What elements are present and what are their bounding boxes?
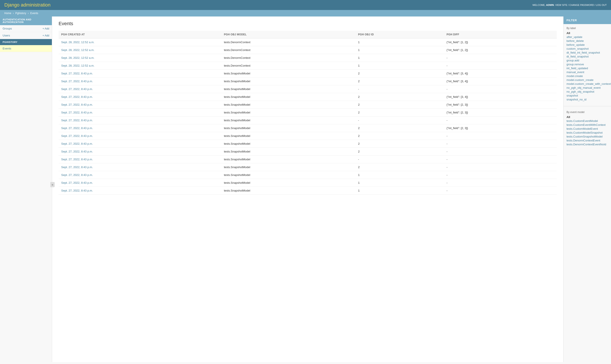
filter-label-link[interactable]: dt_field_snapshot [567, 55, 589, 58]
filter-by-label-title: By label [567, 27, 608, 30]
event-link[interactable]: Sept. 27, 2022, 8:43 p.m. [61, 189, 93, 192]
table-row: Sept. 27, 2022, 8:43 p.m.tests.SnapshotM… [59, 109, 557, 117]
event-link[interactable]: Sept. 27, 2022, 8:43 p.m. [61, 127, 93, 130]
cell-obj-id: 1 [355, 187, 444, 195]
event-link[interactable]: Sept. 27, 2022, 8:43 p.m. [61, 142, 93, 145]
filter-model-link[interactable]: tests.CustomEventWithContext [567, 123, 606, 127]
event-link[interactable]: Sept. 28, 2022, 12:52 a.m. [61, 48, 94, 52]
cell-obj-model: tests.SnapshotModel [221, 85, 355, 93]
cell-diff: - [444, 117, 557, 124]
cell-obj-model: tests.SnapshotModel [221, 124, 355, 132]
filter-model-link[interactable]: tests.CustomModelSnapshot [567, 131, 603, 134]
filter-label-link[interactable]: model.custom_create [567, 78, 593, 82]
event-link[interactable]: Sept. 28, 2022, 12:52 a.m. [61, 64, 94, 67]
filter-label-link[interactable]: All [567, 31, 570, 35]
events-nav-item: Events [0, 45, 52, 52]
sidebar-collapse-button[interactable]: « [50, 182, 55, 187]
event-link[interactable]: Sept. 27, 2022, 8:43 p.m. [61, 119, 93, 122]
breadcrumb-current: Events [30, 12, 38, 15]
breadcrumb: Home › Pghistory › Events [0, 10, 611, 16]
cell-diff: - [444, 163, 557, 171]
list-item: All [567, 115, 608, 119]
col-diff: PGH DIFF [444, 31, 557, 39]
filter-label-link[interactable]: no_pgh_obj_snapshot [567, 90, 594, 93]
table-body: Sept. 28, 2022, 12:52 a.m.tests.DenormCo… [59, 39, 557, 195]
filter-label-link[interactable]: snapshot_no_id [567, 98, 586, 101]
filter-label-link[interactable]: model.create [567, 74, 583, 78]
groups-link[interactable]: Groups [3, 27, 12, 30]
cell-obj-model: tests.SnapshotModel [221, 171, 355, 179]
cell-obj-model: tests.SnapshotModel [221, 93, 355, 101]
list-item: All [567, 31, 608, 35]
filter-label-link[interactable]: after_update [567, 35, 582, 39]
cell-obj-model: tests.SnapshotModel [221, 117, 355, 124]
event-link[interactable]: Sept. 27, 2022, 8:43 p.m. [61, 80, 93, 83]
filter-model-link[interactable]: tests.CustomSnapshotModel [567, 135, 603, 138]
filter-label-link[interactable]: custom_snapshot [567, 47, 589, 50]
list-item: int_field_updated [567, 67, 608, 70]
filter-label-link[interactable]: manual_event [567, 70, 584, 74]
event-link[interactable]: Sept. 28, 2022, 12:52 a.m. [61, 40, 94, 44]
event-link[interactable]: Sept. 27, 2022, 8:43 p.m. [61, 111, 93, 114]
event-link[interactable]: Sept. 27, 2022, 8:43 p.m. [61, 150, 93, 153]
cell-created-at: Sept. 27, 2022, 8:43 p.m. [59, 132, 221, 140]
filter-label-link[interactable]: no_pgh_obj_manual_event [567, 86, 601, 89]
cell-created-at: Sept. 27, 2022, 8:43 p.m. [59, 70, 221, 78]
breadcrumb-home[interactable]: Home [4, 12, 11, 15]
cell-obj-id: - [355, 117, 444, 124]
cell-created-at: Sept. 27, 2022, 8:43 p.m. [59, 156, 221, 163]
cell-obj-model: tests.SnapshotModel [221, 109, 355, 117]
event-link[interactable]: Sept. 27, 2022, 8:43 p.m. [61, 173, 93, 177]
cell-obj-model: tests.DenormContext [221, 54, 355, 62]
cell-created-at: Sept. 28, 2022, 12:52 a.m. [59, 46, 221, 54]
header-row: PGH CREATED AT PGH OBJ MODEL PGH OBJ ID … [59, 31, 557, 39]
filter-label-link[interactable]: group.remove [567, 63, 584, 66]
change-password-link[interactable]: CHANGE PASSWORD [569, 4, 594, 6]
filter-model-link[interactable]: tests.CustomEventModel [567, 119, 598, 123]
event-link[interactable]: Sept. 27, 2022, 8:43 p.m. [61, 158, 93, 161]
filter-model-link[interactable]: tests.CustomModelEvent [567, 127, 598, 130]
filter-model-link[interactable]: tests.DenormContextEvent [567, 139, 600, 142]
log-out-link[interactable]: LOG OUT [596, 4, 607, 6]
event-link[interactable]: Sept. 27, 2022, 8:43 p.m. [61, 87, 93, 91]
filter-sidebar: FILTER By label Allafter_updatebefore_de… [563, 16, 611, 362]
cell-diff: {"int_field": [3, 4]} [444, 70, 557, 78]
filter-divider [563, 106, 611, 106]
event-link[interactable]: Sept. 27, 2022, 8:43 p.m. [61, 134, 93, 138]
users-link[interactable]: Users [3, 34, 10, 37]
filter-label-link[interactable]: model.custom_create_with_context [567, 82, 611, 85]
table-row: Sept. 27, 2022, 8:43 p.m.tests.SnapshotM… [59, 187, 557, 195]
list-item: tests.CustomEventModel [567, 119, 608, 123]
event-link[interactable]: Sept. 28, 2022, 12:52 a.m. [61, 56, 94, 59]
user-tools: WELCOME, ADMIN. VIEW SITE / CHANGE PASSW… [533, 4, 607, 6]
event-link[interactable]: Sept. 27, 2022, 8:43 p.m. [61, 95, 93, 99]
filter-label-link[interactable]: dt_field_int_field_snapshot [567, 51, 600, 54]
event-link[interactable]: Sept. 27, 2022, 8:43 p.m. [61, 166, 93, 169]
list-item: group.add [567, 59, 608, 62]
users-nav-item: Users + Add [0, 32, 52, 39]
filter-model-link[interactable]: All [567, 115, 570, 119]
cell-obj-id: 2 [355, 148, 444, 156]
view-site-link[interactable]: VIEW SITE [555, 4, 567, 6]
list-item: tests.CustomModelSnapshot [567, 131, 608, 134]
filter-label-link[interactable]: before_delete [567, 39, 584, 42]
event-link[interactable]: Sept. 27, 2022, 8:43 p.m. [61, 103, 93, 106]
filter-label-link[interactable]: before_update [567, 43, 585, 46]
groups-add-link[interactable]: + Add [42, 27, 49, 30]
breadcrumb-pghistory[interactable]: Pghistory [15, 12, 26, 15]
event-link[interactable]: Sept. 27, 2022, 8:43 p.m. [61, 181, 93, 184]
cell-created-at: Sept. 28, 2022, 12:52 a.m. [59, 62, 221, 70]
cell-diff: {"int_field": [3, 4]} [444, 78, 557, 85]
users-add-link[interactable]: + Add [42, 34, 49, 37]
filter-model-link[interactable]: tests.DenormContextEventNoId [567, 143, 606, 146]
list-item: dt_field_snapshot [567, 55, 608, 58]
main-content: Events PGH CREATED AT PGH OBJ MODEL PGH … [52, 16, 563, 362]
table-row: Sept. 27, 2022, 8:43 p.m.tests.SnapshotM… [59, 117, 557, 124]
cell-diff: - [444, 140, 557, 148]
events-link[interactable]: Events [3, 47, 11, 50]
nav-sidebar: AUTHENTICATION AND AUTHORIZATION Groups … [0, 16, 52, 362]
event-link[interactable]: Sept. 27, 2022, 8:43 p.m. [61, 72, 93, 75]
filter-label-link[interactable]: snapshot [567, 94, 578, 97]
filter-label-link[interactable]: group.add [567, 59, 579, 62]
filter-label-link[interactable]: int_field_updated [567, 67, 588, 70]
